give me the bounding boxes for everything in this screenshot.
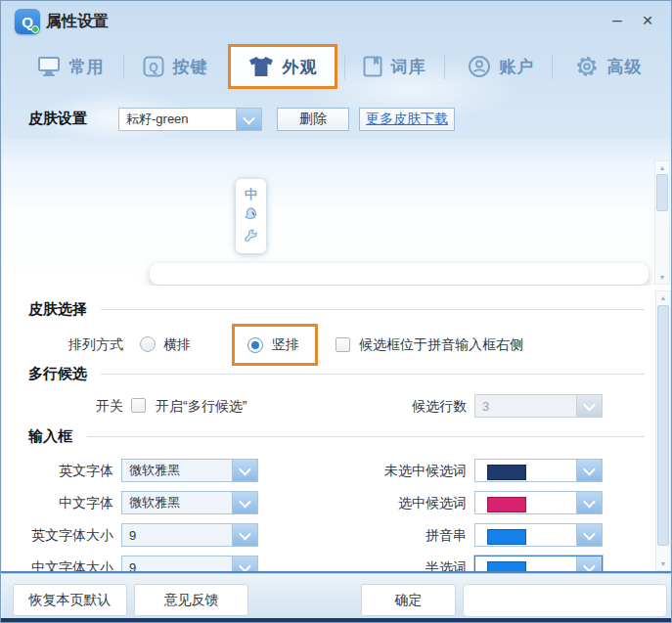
chevron-down-icon: [243, 111, 255, 124]
tab-label: 按键: [173, 56, 208, 78]
arrange-mode-label: 排列方式: [40, 336, 123, 354]
candidate-rows-select: 3: [474, 394, 603, 418]
preview-scrollbar[interactable]: ▲ ▼: [654, 160, 670, 285]
scroll-down-arrow-icon[interactable]: ▼: [655, 271, 669, 284]
english-font-size-arrow[interactable]: [232, 524, 257, 546]
radio-vertical-label: 竖排: [272, 336, 299, 354]
delete-skin-button[interactable]: 删除: [277, 108, 349, 131]
blank-panel: [463, 584, 667, 617]
radio-vertical[interactable]: [247, 337, 263, 353]
window-bottom-edge: [1, 618, 672, 623]
preview-status-bar: 中: [236, 179, 266, 253]
section-divider: [101, 309, 645, 310]
english-font-arrow[interactable]: [232, 460, 257, 481]
chinese-mode-icon: 中: [245, 186, 257, 203]
chevron-down-icon: [239, 495, 251, 508]
tab-advanced[interactable]: 高级: [564, 46, 652, 87]
skin-select[interactable]: 耘籽-green: [118, 108, 262, 131]
content-scrollbar-thumb[interactable]: [657, 305, 669, 546]
chinese-font-select[interactable]: 微软雅黑: [121, 491, 258, 514]
pinyin-string-label: 拼音串: [349, 527, 467, 545]
restore-defaults-button[interactable]: 恢复本页默认: [13, 584, 127, 616]
chevron-down-icon: [583, 527, 596, 540]
tab-label: 账户: [500, 56, 535, 78]
english-font-select[interactable]: 微软雅黑: [121, 459, 258, 482]
window-title: 属性设置: [46, 12, 109, 32]
dictionary-book-icon: [363, 56, 382, 77]
scroll-down-arrow-icon[interactable]: ▼: [656, 557, 670, 570]
ime-logo-icon: [244, 206, 258, 225]
tab-separator: [552, 54, 553, 79]
english-font-size-value: 9: [122, 524, 232, 546]
logo-status-dot: [31, 25, 39, 33]
english-font-value: 微软雅黑: [122, 460, 232, 481]
english-font-label: 英文字体: [16, 463, 113, 480]
chinese-font-arrow[interactable]: [232, 492, 257, 513]
chinese-font-value: 微软雅黑: [122, 492, 232, 513]
tab-separator: [344, 54, 345, 79]
skin-select-value: 耘籽-green: [119, 109, 236, 130]
scroll-up-arrow-icon[interactable]: ▲: [655, 161, 669, 174]
tab-label: 常用: [69, 56, 105, 78]
color-swatch: [487, 497, 526, 512]
radio-horizontal-label: 横排: [163, 336, 191, 354]
scroll-up-arrow-icon[interactable]: ▲: [656, 291, 670, 304]
radio-horizontal[interactable]: [140, 336, 156, 352]
content-scrollbar[interactable]: ▲ ▼: [655, 290, 671, 571]
tab-account[interactable]: 账户: [457, 46, 545, 87]
preview-scrollbar-thumb[interactable]: [656, 174, 668, 211]
candidate-rows-value: 3: [475, 395, 576, 417]
tab-separator: [444, 54, 445, 79]
app-logo-icon: Q: [15, 9, 40, 34]
chevron-down-icon: [583, 495, 596, 508]
preview-input-bar: [150, 263, 649, 285]
selected-candidate-color-select[interactable]: [474, 491, 603, 514]
tab-common[interactable]: 常用: [28, 46, 112, 87]
account-person-icon: [468, 55, 491, 78]
unselected-candidate-label: 未选中候选词: [349, 463, 467, 480]
chinese-font-label: 中文字体: [16, 495, 113, 512]
selected-candidate-label: 选中候选词: [349, 495, 467, 512]
unselected-candidate-color-select[interactable]: [474, 459, 603, 482]
candidate-rows-arrow: [576, 395, 602, 417]
tab-label: 高级: [607, 56, 643, 78]
checkbox-candidates-right-side[interactable]: [336, 337, 350, 352]
switch-label: 开关: [40, 398, 123, 416]
chevron-down-icon: [583, 398, 596, 411]
ok-button[interactable]: 确定: [361, 584, 456, 616]
input-box-title: 输入框: [28, 427, 72, 446]
pinyin-string-color-arrow[interactable]: [576, 524, 602, 546]
skin-selection-title: 皮肤选择: [28, 300, 87, 319]
gear-icon: [575, 55, 599, 78]
chevron-down-icon: [583, 463, 596, 475]
vertical-option-highlight: 竖排: [232, 324, 318, 366]
minimize-button[interactable]: –: [605, 9, 630, 32]
english-font-size-label: 英文字体大小: [16, 527, 113, 545]
monitor-icon: [37, 56, 61, 77]
tab-appearance[interactable]: 外观: [228, 44, 337, 89]
color-swatch: [487, 465, 526, 480]
english-font-size-select[interactable]: 9: [121, 523, 258, 547]
feedback-button[interactable]: 意见反馈: [134, 584, 248, 616]
selected-candidate-color-arrow[interactable]: [576, 492, 602, 513]
unselected-candidate-color-arrow[interactable]: [576, 460, 602, 481]
svg-text:Q: Q: [149, 61, 157, 74]
skin-select-arrow[interactable]: [236, 109, 261, 130]
skin-settings-title: 皮肤设置: [28, 110, 87, 128]
properties-window: Q 属性设置 – × 常用 Q 按键 外观 词库 账户: [0, 0, 672, 623]
multiline-title: 多行候选: [28, 365, 87, 383]
tab-separator: [123, 54, 124, 79]
checkbox-enable-multiline-label: 开启“多行候选”: [156, 398, 246, 416]
chevron-down-icon: [239, 463, 251, 475]
chevron-down-icon: [239, 527, 251, 540]
section-divider: [87, 436, 645, 437]
checkbox-enable-multiline[interactable]: [131, 398, 146, 413]
more-skins-button[interactable]: 更多皮肤下载: [359, 108, 455, 131]
close-button[interactable]: ×: [635, 9, 660, 32]
color-swatch: [487, 529, 526, 545]
checkbox-candidates-right-side-label: 候选框位于拼音输入框右侧: [359, 336, 523, 354]
q-key-icon: Q: [143, 56, 164, 77]
pinyin-string-color-select[interactable]: [474, 523, 603, 547]
tab-dictionary[interactable]: 词库: [351, 46, 437, 87]
tab-keys[interactable]: Q 按键: [132, 46, 218, 87]
